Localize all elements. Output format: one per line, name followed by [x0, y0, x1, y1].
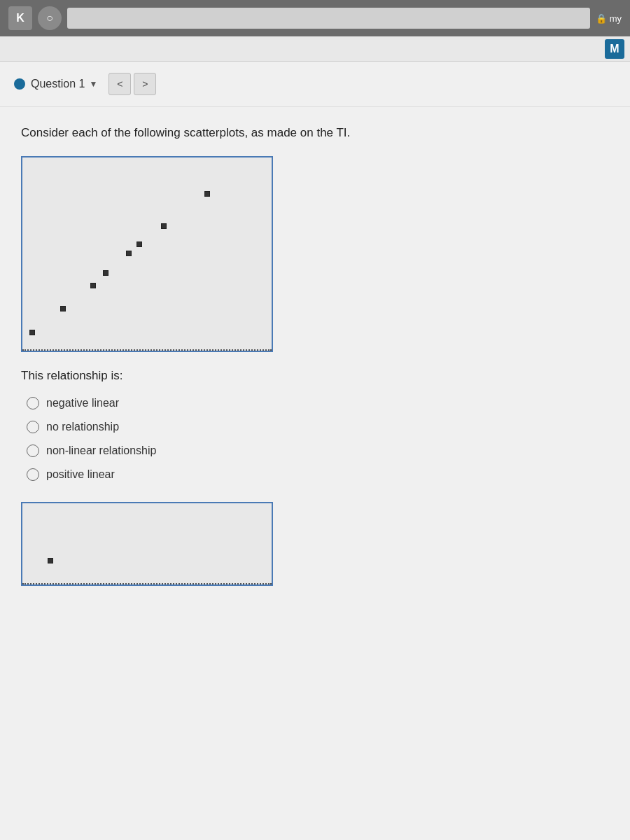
- scatter-point-7: [161, 223, 167, 229]
- radio-negative-linear[interactable]: [27, 397, 39, 410]
- question-dropdown[interactable]: Question 1 ▼: [31, 78, 97, 90]
- question-content: Consider each of the following scatterpl…: [0, 107, 630, 603]
- secure-label: my: [610, 13, 622, 24]
- dropdown-arrow-icon: ▼: [89, 79, 97, 89]
- browser-chrome: K ○ 🔒 my: [0, 0, 630, 36]
- scatter-baseline: [22, 349, 272, 351]
- main-content: Question 1 ▼ < > Consider each of the fo…: [0, 62, 630, 840]
- scatter-point-4: [103, 270, 108, 276]
- forward-button[interactable]: ○: [38, 6, 62, 30]
- scatter-point-1: [29, 330, 35, 335]
- m-button[interactable]: M: [605, 39, 624, 59]
- question-instruction-text: Consider each of the following scatterpl…: [21, 124, 609, 142]
- scatter-point-2: [60, 306, 66, 312]
- scatter-point-partial-1: [48, 558, 53, 564]
- scatter-partial-baseline: [22, 583, 272, 584]
- scatter-point-5: [126, 251, 132, 256]
- back-button[interactable]: K: [8, 6, 32, 30]
- relationship-prompt: This relationship is:: [21, 369, 609, 383]
- option-positive-linear-label: positive linear: [46, 468, 115, 481]
- question-nav-bar: Question 1 ▼ < >: [0, 62, 630, 107]
- option-negative-linear-label: negative linear: [46, 397, 119, 410]
- option-positive-linear[interactable]: positive linear: [27, 468, 609, 481]
- option-no-relationship-label: no relationship: [46, 421, 119, 433]
- option-non-linear[interactable]: non-linear relationship: [27, 444, 609, 457]
- scatter-point-8: [204, 191, 210, 197]
- radio-non-linear[interactable]: [27, 444, 39, 457]
- option-negative-linear[interactable]: negative linear: [27, 397, 609, 410]
- scatter-point-6: [136, 241, 142, 247]
- secondary-nav: M: [0, 36, 630, 62]
- question-status-dot: [14, 78, 25, 90]
- scatterplot-main: [21, 156, 273, 352]
- address-bar[interactable]: [67, 8, 590, 29]
- option-no-relationship[interactable]: no relationship: [27, 421, 609, 433]
- option-non-linear-label: non-linear relationship: [46, 444, 156, 457]
- scatter-point-3: [90, 283, 96, 288]
- radio-positive-linear[interactable]: [27, 468, 39, 481]
- question-label: Question 1: [31, 78, 85, 90]
- radio-no-relationship[interactable]: [27, 421, 39, 433]
- next-question-button[interactable]: >: [134, 73, 156, 95]
- prev-question-button[interactable]: <: [108, 73, 131, 95]
- lock-icon: 🔒: [596, 13, 607, 24]
- browser-right-area: 🔒 my: [596, 13, 622, 24]
- scatterplot-partial: [21, 502, 273, 586]
- radio-options-group: negative linear no relationship non-line…: [27, 397, 609, 481]
- nav-arrows: < >: [108, 73, 156, 95]
